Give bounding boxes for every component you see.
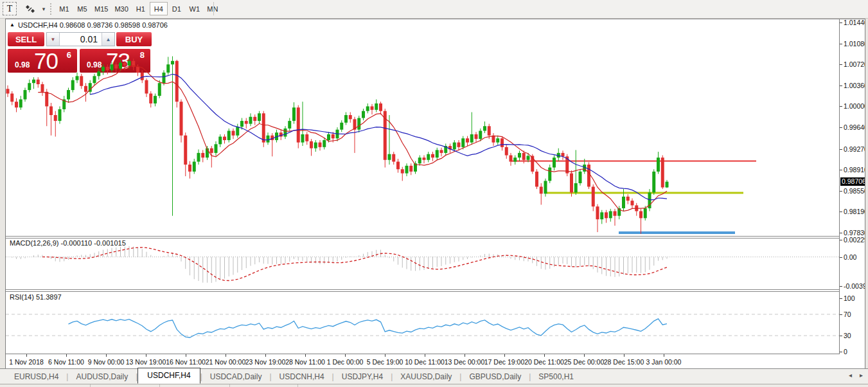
candle — [557, 148, 560, 161]
macd-indicator-pane[interactable] — [6, 239, 839, 289]
macd-signal-line — [42, 248, 667, 281]
mt4-application: T ▾ M1M5M15M30H1H4D1W1MN ▲ USDCHF,H4 0.9… — [0, 0, 868, 387]
time-tick-label: 23 Nov 19:00 — [245, 358, 285, 366]
candle — [431, 152, 434, 161]
candle — [80, 74, 83, 89]
tab-usdchf-h4[interactable]: USDCHF,H4 — [137, 368, 200, 384]
time-tick-label: 6 Nov 11:00 — [48, 358, 84, 366]
chart-tab-bar: EURUSD,H4|AUDUSD,Daily|USDCHF,H4|USDCAD,… — [0, 368, 868, 384]
candle — [258, 111, 261, 124]
candle — [509, 153, 513, 166]
candle — [6, 86, 10, 97]
text-tool-button[interactable]: T — [3, 2, 17, 15]
candle — [661, 156, 664, 190]
tab-gbpusd-daily[interactable]: GBPUSD,Daily — [461, 370, 529, 383]
tab-usdcnh-h4[interactable]: USDCNH,H4 — [272, 370, 332, 383]
timeframe-button-d1[interactable]: D1 — [168, 2, 186, 15]
macd-axis-tick — [840, 257, 842, 258]
candle — [375, 100, 378, 113]
candle — [71, 77, 75, 93]
macd-axis-tick — [840, 286, 842, 287]
candle — [548, 165, 551, 183]
tab-audusd-daily[interactable]: AUDUSD,Daily — [68, 370, 136, 383]
macd-tick-label: -0.003904 — [844, 282, 865, 290]
timeframe-button-h1[interactable]: H1 — [132, 2, 150, 15]
candle — [362, 109, 365, 120]
toolbar-grip[interactable] — [50, 3, 51, 15]
tabs-scroll-right-icon[interactable]: ▸ — [860, 372, 863, 379]
tab-usdjpy-h4[interactable]: USDJPY,H4 — [334, 370, 391, 383]
candle — [574, 150, 578, 195]
time-axis-tick — [624, 354, 624, 357]
candle — [215, 141, 218, 156]
candle — [292, 102, 296, 124]
price-axis-tick — [840, 86, 842, 86]
timeframe-button-m15[interactable]: M15 — [91, 2, 111, 15]
price-tick-label: 1.00360 — [844, 82, 865, 89]
price-tick-label: 1.01080 — [844, 40, 865, 48]
candle — [496, 136, 499, 145]
candle — [58, 106, 62, 123]
candle — [587, 162, 590, 189]
candle — [197, 149, 200, 165]
timeframe-button-w1[interactable]: W1 — [186, 2, 204, 15]
time-axis[interactable]: 1 Nov 20186 Nov 11:009 Nov 00:0013 Nov 1… — [6, 354, 839, 369]
time-axis-tick — [345, 354, 346, 357]
candle — [323, 138, 326, 149]
candle — [492, 133, 495, 146]
time-tick-label: 5 Dec 19:00 — [367, 358, 403, 366]
candle — [631, 199, 634, 208]
time-axis-tick — [584, 354, 585, 357]
price-chart[interactable] — [6, 19, 839, 236]
tab-xauusd-daily[interactable]: XAUUSD,Daily — [393, 370, 459, 383]
timeframe-button-h4[interactable]: H4 — [150, 2, 168, 15]
arrow-objects-icon[interactable] — [21, 2, 40, 15]
candle — [405, 163, 409, 176]
timeframe-button-m30[interactable]: M30 — [111, 2, 131, 15]
time-tick-label: 9 Nov 00:00 — [88, 358, 125, 366]
candle — [344, 112, 348, 125]
candle — [166, 57, 170, 75]
candle — [366, 104, 369, 113]
candle — [340, 120, 343, 132]
price-tick-label: 1.00720 — [844, 60, 865, 68]
rsi-tick-label: 0 — [844, 348, 847, 356]
price-axis[interactable]: 1.014401.010801.007201.003601.000000.996… — [839, 19, 865, 354]
candle — [223, 134, 226, 143]
candle — [54, 111, 57, 137]
price-tick-label: 1.00000 — [844, 102, 865, 110]
tab-eurusd-h4[interactable]: EURUSD,H4 — [6, 370, 66, 383]
price-tick-label: 0.99270 — [844, 145, 865, 153]
candle — [427, 152, 430, 162]
rsi-axis-tick — [840, 298, 842, 299]
candle — [565, 154, 569, 176]
timeframe-button-m5[interactable]: M5 — [73, 2, 91, 15]
time-axis-tick — [544, 354, 545, 357]
candle — [76, 73, 79, 83]
timeframe-button-m1[interactable]: M1 — [55, 2, 73, 15]
time-axis-tick — [425, 354, 425, 357]
candle — [67, 87, 70, 103]
macd-tick-label: 0.002297 — [844, 236, 865, 244]
chevron-down-icon[interactable]: ▾ — [40, 2, 48, 15]
price-tick-label: 0.99640 — [844, 123, 865, 131]
time-tick-label: 3 Jan 00:00 — [646, 358, 682, 366]
candle — [592, 184, 595, 212]
candle — [10, 91, 13, 105]
timeframe-button-mn[interactable]: MN — [204, 2, 222, 15]
time-axis-tick — [305, 354, 306, 357]
rsi-axis-tick — [840, 336, 842, 336]
time-axis-tick — [186, 354, 186, 357]
candle — [249, 113, 252, 126]
rsi-indicator-pane[interactable] — [6, 292, 839, 354]
rsi-line — [69, 319, 668, 338]
tab-usdcad-daily[interactable]: USDCAD,Daily — [202, 370, 270, 383]
candle — [32, 77, 35, 89]
tab-sp500-h1[interactable]: SP500,H1 — [531, 370, 581, 383]
candle — [600, 210, 603, 224]
candle — [236, 124, 239, 138]
time-tick-label: 28 Nov 11:00 — [285, 358, 325, 366]
candle — [436, 148, 439, 160]
candle — [297, 105, 300, 148]
tabs-scroll-left-icon[interactable]: ◂ — [849, 372, 852, 379]
